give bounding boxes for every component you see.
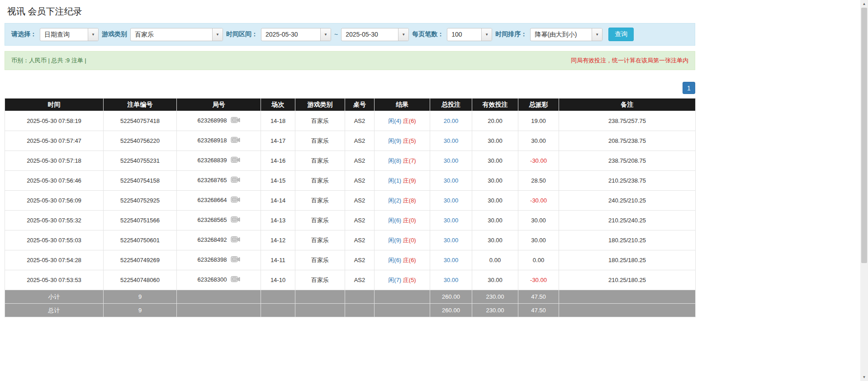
scrollbar-down-arrow[interactable]: ▼	[860, 373, 868, 381]
cell-time: 2025-05-30 07:57:18	[5, 151, 104, 171]
total-bet-link[interactable]: 30.00	[444, 237, 459, 244]
cell-session: 14-12	[261, 230, 295, 250]
date-to-value: 2025-05-30	[342, 28, 398, 41]
column-header: 结果	[375, 99, 430, 111]
round-number: 623268664	[197, 197, 227, 203]
chevron-down-icon[interactable]: ▼	[212, 28, 223, 41]
date-from-select[interactable]: 2025-05-30 ▼	[261, 28, 331, 41]
summary-bar: 币别：人民币 | 总共 :9 注单 | 同局有效投注，统一计算在该局第一张注单内	[5, 51, 695, 70]
game-replay-icon[interactable]	[231, 276, 240, 284]
column-header: 游戏类别	[295, 99, 345, 111]
cell-table-number: AS2	[345, 171, 375, 191]
result-banker: 庄(9)	[403, 177, 416, 184]
cell-total-bet: 30.00	[430, 191, 472, 211]
sort-order-select[interactable]: 降幂(由大到小) ▼	[530, 28, 602, 41]
scrollbar-thumb[interactable]	[861, 8, 867, 263]
summary-note: 同局有效投注，统一计算在该局第一张注单内	[571, 56, 688, 65]
payout-value: 30.00	[531, 237, 546, 244]
range-separator: ~	[334, 31, 338, 38]
cell-time: 2025-05-30 07:54:28	[5, 250, 104, 270]
result-player: 闲(6)	[388, 257, 401, 263]
column-header: 有效投注	[472, 99, 518, 111]
payout-value: 28.50	[531, 177, 546, 184]
game-replay-icon[interactable]	[231, 216, 240, 225]
chevron-down-icon[interactable]: ▼	[481, 28, 492, 41]
search-button[interactable]: 查询	[608, 28, 634, 41]
chevron-down-icon[interactable]: ▼	[592, 28, 602, 41]
total-bet-link[interactable]: 30.00	[444, 197, 459, 204]
chevron-down-icon[interactable]: ▼	[88, 28, 98, 41]
game-replay-icon[interactable]	[231, 236, 240, 245]
game-replay-icon[interactable]	[231, 176, 240, 185]
result-player: 闲(4)	[388, 118, 401, 124]
total-bet-link[interactable]: 30.00	[444, 217, 459, 224]
cell-game-type: 百家乐	[295, 270, 345, 290]
game-replay-icon[interactable]	[231, 196, 240, 205]
payout-value: 30.00	[531, 217, 546, 224]
cell-session: 14-18	[261, 111, 295, 131]
total-row: 总计9260.00230.0047.50	[5, 304, 696, 317]
total-bet-link[interactable]: 30.00	[444, 257, 459, 263]
cell-bet-id: 522540756220	[104, 131, 177, 151]
page-size-select[interactable]: 100 ▼	[447, 28, 492, 41]
cell-total-bet: 30.00	[430, 171, 472, 191]
cell-time: 2025-05-30 07:56:46	[5, 171, 104, 191]
column-header: 局号	[177, 99, 261, 111]
cell-game-type: 百家乐	[295, 230, 345, 250]
round-number: 623268492	[197, 236, 227, 243]
cell-note: 180.25/210.25	[559, 230, 696, 250]
table-row: 2025-05-30 07:56:46522540754158623268765…	[5, 171, 696, 191]
column-header: 总派彩	[518, 99, 559, 111]
result-player: 闲(9)	[388, 137, 401, 144]
total-bet-link[interactable]: 20.00	[444, 118, 459, 124]
total-bet-link[interactable]: 30.00	[444, 277, 459, 283]
cell-valid-bet: 20.00	[472, 111, 518, 131]
cell-valid-bet: 30.00	[472, 171, 518, 191]
cell-round: 623268565	[177, 211, 261, 230]
date-to-select[interactable]: 2025-05-30 ▼	[341, 28, 409, 41]
page-button-1[interactable]: 1	[683, 82, 695, 94]
table-row: 2025-05-30 07:55:03522540750601623268492…	[5, 230, 696, 250]
table-row: 2025-05-30 07:53:53522540748060623268300…	[5, 270, 696, 290]
cell-time: 2025-05-30 07:55:32	[5, 211, 104, 230]
game-type-value: 百家乐	[131, 28, 212, 41]
cell-valid-bet: 0.00	[472, 250, 518, 270]
sort-order-value: 降幂(由大到小)	[531, 28, 592, 41]
footer-empty-cell	[345, 290, 375, 304]
cell-round: 623268398	[177, 250, 261, 270]
result-banker: 庄(0)	[403, 217, 416, 224]
query-type-select[interactable]: 日期查询 ▼	[40, 28, 99, 41]
cell-game-type: 百家乐	[295, 250, 345, 270]
footer-empty-cell	[559, 290, 696, 304]
cell-bet-id: 522540751566	[104, 211, 177, 230]
footer-count: 9	[104, 304, 177, 317]
chevron-down-icon[interactable]: ▼	[320, 28, 331, 41]
total-bet-link[interactable]: 30.00	[444, 137, 459, 144]
cell-game-type: 百家乐	[295, 111, 345, 131]
cell-result: 闲(2) 庄(8)	[375, 191, 430, 211]
payout-value: -30.00	[530, 157, 547, 164]
round-number: 623268998	[197, 117, 227, 124]
game-replay-icon[interactable]	[231, 156, 240, 165]
cell-session: 14-16	[261, 151, 295, 171]
vertical-scrollbar[interactable]: ▲ ▼	[860, 0, 868, 381]
cell-payout: 28.50	[518, 171, 559, 191]
cell-valid-bet: 30.00	[472, 191, 518, 211]
cell-game-type: 百家乐	[295, 191, 345, 211]
cell-table-number: AS2	[345, 131, 375, 151]
cell-total-bet: 20.00	[430, 111, 472, 131]
cell-session: 14-15	[261, 171, 295, 191]
footer-payout: 47.50	[518, 290, 559, 304]
footer-empty-cell	[559, 304, 696, 317]
footer-empty-cell	[261, 290, 295, 304]
game-replay-icon[interactable]	[231, 136, 240, 145]
game-replay-icon[interactable]	[231, 256, 240, 264]
total-bet-link[interactable]: 30.00	[444, 177, 459, 184]
cell-total-bet: 30.00	[430, 131, 472, 151]
game-replay-icon[interactable]	[231, 117, 240, 125]
chevron-down-icon[interactable]: ▼	[398, 28, 408, 41]
total-bet-link[interactable]: 30.00	[444, 157, 459, 164]
scrollbar-up-arrow[interactable]: ▲	[860, 0, 868, 8]
game-type-select[interactable]: 百家乐 ▼	[130, 28, 223, 41]
cell-total-bet: 30.00	[430, 250, 472, 270]
